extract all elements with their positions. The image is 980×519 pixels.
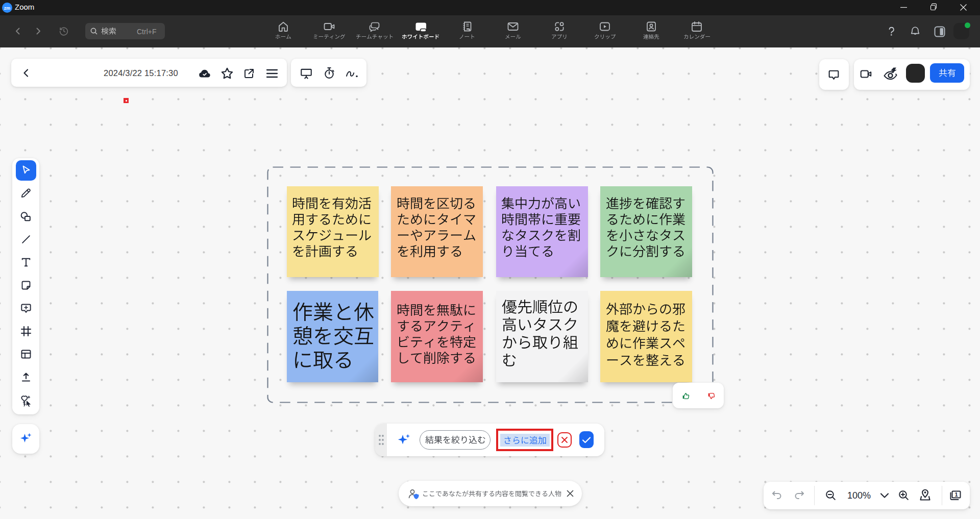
svg-text:1: 1	[954, 491, 958, 498]
svg-text:zm: zm	[4, 6, 11, 11]
